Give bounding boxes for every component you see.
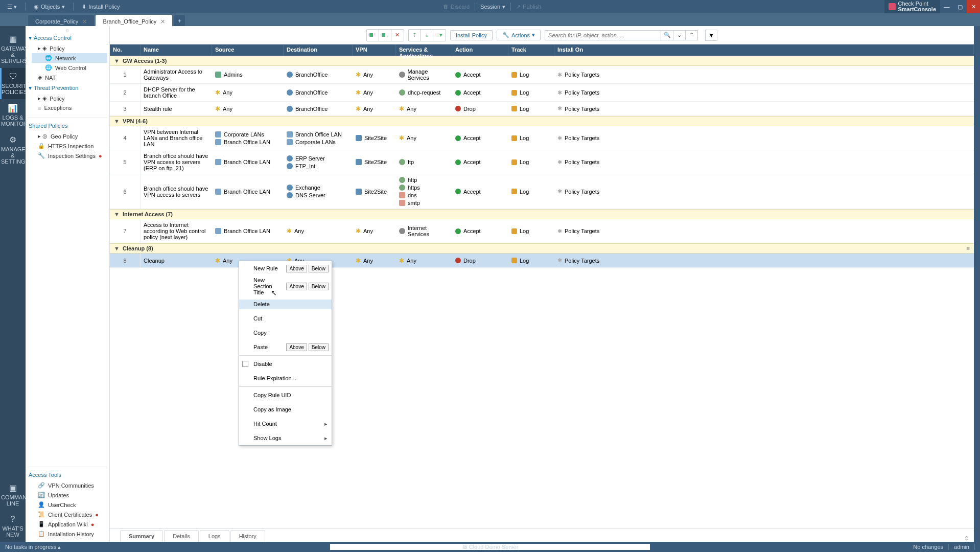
ctx-copy-image[interactable]: Copy as Image	[239, 405, 332, 415]
ctx-new-rule-below[interactable]: Below	[309, 265, 329, 272]
col-name[interactable]: Name	[141, 44, 212, 56]
nav-nat[interactable]: ◈ NAT	[32, 73, 107, 82]
nav-inspection-settings[interactable]: 🔧 Inspection Settings ●	[32, 151, 107, 160]
install-policy-toolbar-button[interactable]: Install Policy	[450, 30, 493, 40]
add-rule-bottom-button[interactable]: ≣₊	[379, 30, 391, 41]
actions-menu-button[interactable]: 🔧 Actions ▾	[497, 30, 541, 40]
rule-row-3[interactable]: 3 Stealth rule ✱Any BranchOffice ✱Any ✱A…	[110, 102, 974, 116]
right-rail[interactable]	[974, 26, 980, 542]
col-install-on[interactable]: Install On	[554, 44, 974, 56]
section-threat-prevention[interactable]: ▾ Threat Prevention	[28, 82, 107, 94]
rail-whats-new[interactable]: ?WHAT'S NEW	[0, 511, 26, 542]
nav-client-certs[interactable]: 📜 Client Certificates ●	[32, 510, 107, 519]
nav-geo-policy[interactable]: ▸ ◎ Geo Policy	[32, 131, 107, 141]
ctx-new-section[interactable]: New Section Title	[239, 275, 286, 297]
nav-policy[interactable]: ▸ ◈ Policy	[32, 43, 107, 53]
ctx-copy-uid[interactable]: Copy Rule UID	[239, 390, 332, 400]
rule-row-7[interactable]: 7 Access to Internet according to Web co…	[110, 219, 974, 243]
tasks-status[interactable]: No tasks in progress ▴	[5, 544, 61, 550]
tab-corporate-policy[interactable]: Corporate_Policy✕	[28, 15, 94, 26]
rule-row-5[interactable]: 5 Branch office should have VPN access t…	[110, 150, 974, 174]
filter-button[interactable]: ▼	[705, 30, 717, 41]
col-vpn[interactable]: VPN	[353, 44, 396, 56]
col-track[interactable]: Track	[508, 44, 554, 56]
ctx-new-section-above[interactable]: Above	[286, 283, 307, 290]
nav-network[interactable]: 🌐 Network	[32, 53, 107, 63]
col-source[interactable]: Source	[212, 44, 284, 56]
terminal-icon: ▣	[1, 483, 25, 493]
expand-button[interactable]: ⇡	[409, 30, 421, 41]
nav-app-wiki[interactable]: 📱 Application Wiki ●	[32, 519, 107, 529]
btab-history[interactable]: History	[230, 530, 265, 542]
btab-summary[interactable]: Summary	[120, 530, 163, 542]
nav-web-control[interactable]: 🌐 Web Control	[32, 63, 107, 73]
search-prev-button[interactable]: ⌃	[686, 30, 698, 40]
ctx-paste-above[interactable]: Above	[286, 343, 307, 351]
section-vpn[interactable]: ▼VPN (4-6)	[110, 116, 974, 126]
ctx-new-rule[interactable]: New Rule	[239, 264, 286, 273]
btab-logs[interactable]: Logs	[200, 530, 229, 542]
session-menu[interactable]: Session ▾	[477, 3, 508, 11]
btab-details[interactable]: Details	[164, 530, 199, 542]
server-indicator[interactable]: 🖥 Cloud Demo Server	[462, 544, 519, 550]
view-options-button[interactable]: ≡▾	[433, 30, 446, 41]
ctx-new-rule-above[interactable]: Above	[286, 265, 307, 272]
maximize-button[interactable]: ▢	[953, 0, 967, 13]
add-rule-top-button[interactable]: ≣⁺	[367, 30, 379, 41]
section-access-control[interactable]: ▾ Access Control	[28, 32, 107, 43]
minimize-button[interactable]: —	[940, 0, 953, 13]
rail-logs[interactable]: 📊LOGS & MONITOR	[0, 99, 26, 131]
expand-pane-button[interactable]: ⇕	[964, 535, 969, 542]
nav-vpn-communities[interactable]: 🔗 VPN Communities	[32, 480, 107, 490]
menu-button[interactable]: ☰ ▾	[4, 3, 20, 11]
rail-command-line[interactable]: ▣COMMAND LINE	[0, 479, 26, 511]
ctx-rule-expiration[interactable]: Rule Expiration...	[239, 374, 332, 383]
ctx-cut[interactable]: Cut	[239, 314, 332, 324]
collapse-button[interactable]: ⇣	[421, 30, 433, 41]
ctx-paste-below[interactable]: Below	[309, 343, 329, 351]
search-next-button[interactable]: ⌄	[673, 30, 686, 40]
ctx-paste[interactable]: Paste	[239, 342, 286, 352]
grid-icon: ▦	[1, 34, 25, 44]
section-gw-access[interactable]: ▼GW Access (1-3)	[110, 56, 974, 66]
section-cleanup[interactable]: ▼Cleanup (8)≡	[110, 243, 974, 254]
search-input[interactable]	[545, 30, 661, 40]
ctx-copy[interactable]: Copy	[239, 328, 332, 338]
close-tab-icon[interactable]: ✕	[160, 18, 165, 25]
section-internet[interactable]: ▼Internet Access (7)	[110, 209, 974, 219]
col-services[interactable]: Services & Applications	[396, 44, 452, 56]
rail-manage[interactable]: ⚙MANAGE & SETTINGS	[0, 131, 26, 169]
nav-updates[interactable]: 🔄 Updates	[32, 490, 107, 500]
nav-installation-history[interactable]: 📋 Installation History	[32, 529, 107, 539]
publish-button[interactable]: ↗ Publish	[513, 3, 544, 11]
install-policy-button[interactable]: ⬇ Install Policy	[79, 3, 123, 11]
accept-icon	[455, 135, 461, 141]
tab-branch-office-policy[interactable]: Branch_Office_Policy✕	[96, 15, 172, 26]
ctx-disable[interactable]: Disable	[239, 359, 332, 369]
ctx-hit-count[interactable]: Hit Count▸	[239, 419, 332, 429]
user-label[interactable]: admin	[954, 544, 969, 550]
delete-rule-button[interactable]: ✕	[391, 30, 404, 41]
add-tab-button[interactable]: ＋	[174, 15, 185, 26]
discard-button[interactable]: 🗑 Discard	[440, 3, 473, 11]
ctx-show-logs[interactable]: Show Logs▸	[239, 433, 332, 443]
col-no[interactable]: No.	[110, 44, 141, 56]
nav-exceptions[interactable]: ≡ Exceptions	[32, 103, 107, 112]
nav-usercheck[interactable]: 👤 UserCheck	[32, 500, 107, 510]
rail-security-policies[interactable]: 🛡SECURITY POLICIES	[0, 68, 26, 99]
rule-row-6[interactable]: 6 Branch office should have VPN access t…	[110, 174, 974, 209]
rule-row-4[interactable]: 4 VPN between Internal LANs and Branch o…	[110, 126, 974, 150]
objects-menu[interactable]: ◉ Objects ▾	[31, 3, 68, 11]
rail-gateways[interactable]: ▦GATEWAYS & SERVERS	[0, 30, 26, 68]
close-tab-icon[interactable]: ✕	[82, 18, 87, 25]
col-action[interactable]: Action	[452, 44, 508, 56]
close-button[interactable]: ✕	[967, 0, 980, 13]
search-button[interactable]: 🔍	[661, 30, 673, 40]
ctx-delete[interactable]: Delete	[239, 300, 332, 309]
ctx-new-section-below[interactable]: Below	[309, 283, 329, 290]
col-destination[interactable]: Destination	[284, 44, 353, 56]
rule-row-1[interactable]: 1 Administrator Access to Gateways Admin…	[110, 66, 974, 84]
nav-https-inspection[interactable]: 🔒 HTTPS Inspection	[32, 141, 107, 151]
rule-row-2[interactable]: 2 DHCP Server for the branch Office ✱Any…	[110, 84, 974, 102]
nav-tp-policy[interactable]: ▸ ◈ Policy	[32, 94, 107, 103]
